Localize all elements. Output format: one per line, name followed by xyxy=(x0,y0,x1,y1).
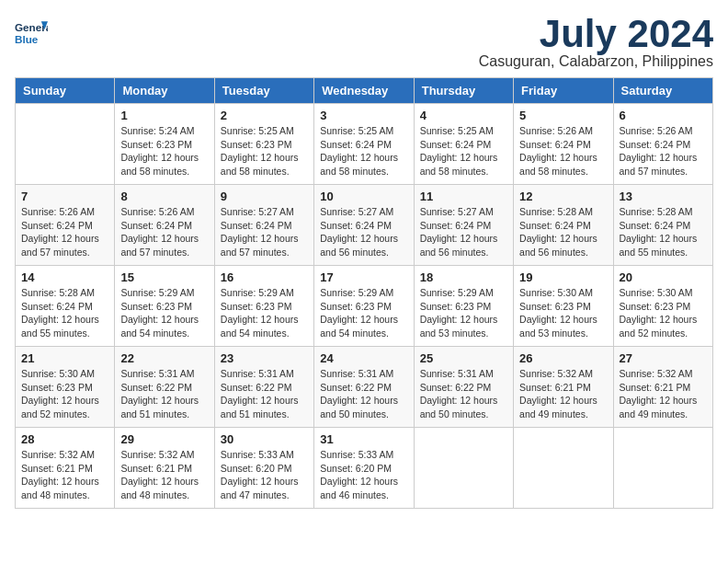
calendar-cell: 19Sunrise: 5:30 AM Sunset: 6:23 PM Dayli… xyxy=(514,266,613,347)
day-number: 2 xyxy=(221,109,308,122)
calendar-cell: 26Sunrise: 5:32 AM Sunset: 6:21 PM Dayli… xyxy=(514,347,613,428)
calendar-week-4: 21Sunrise: 5:30 AM Sunset: 6:23 PM Dayli… xyxy=(16,347,713,428)
day-number: 28 xyxy=(21,432,108,446)
calendar-cell: 27Sunrise: 5:32 AM Sunset: 6:21 PM Dayli… xyxy=(613,347,712,428)
calendar-cell xyxy=(613,428,712,509)
calendar-cell: 20Sunrise: 5:30 AM Sunset: 6:23 PM Dayli… xyxy=(613,266,712,347)
day-info: Sunrise: 5:30 AM Sunset: 6:23 PM Dayligh… xyxy=(519,286,607,340)
calendar-cell: 8Sunrise: 5:26 AM Sunset: 6:24 PM Daylig… xyxy=(115,185,214,266)
calendar-cell: 10Sunrise: 5:27 AM Sunset: 6:24 PM Dayli… xyxy=(314,185,414,266)
day-info: Sunrise: 5:31 AM Sunset: 6:22 PM Dayligh… xyxy=(320,367,407,421)
month-title: July 2024 xyxy=(479,15,713,53)
calendar-cell: 28Sunrise: 5:32 AM Sunset: 6:21 PM Dayli… xyxy=(16,428,115,509)
column-header-saturday: Saturday xyxy=(613,78,712,104)
day-number: 18 xyxy=(420,270,507,284)
day-number: 21 xyxy=(21,351,108,365)
calendar-cell: 11Sunrise: 5:27 AM Sunset: 6:24 PM Dayli… xyxy=(414,185,513,266)
day-number: 20 xyxy=(620,270,707,284)
calendar-cell: 22Sunrise: 5:31 AM Sunset: 6:22 PM Dayli… xyxy=(115,347,214,428)
logo: General Blue xyxy=(15,15,48,48)
day-info: Sunrise: 5:33 AM Sunset: 6:20 PM Dayligh… xyxy=(320,448,407,502)
day-number: 22 xyxy=(120,351,208,365)
title-section: July 2024 Casuguran, Calabarzon, Philipp… xyxy=(479,15,713,70)
day-number: 26 xyxy=(519,351,607,365)
calendar-cell: 4Sunrise: 5:25 AM Sunset: 6:24 PM Daylig… xyxy=(414,104,513,185)
calendar-cell: 1Sunrise: 5:24 AM Sunset: 6:23 PM Daylig… xyxy=(115,104,214,185)
day-number: 30 xyxy=(221,432,308,446)
calendar-cell: 18Sunrise: 5:29 AM Sunset: 6:23 PM Dayli… xyxy=(414,266,513,347)
calendar-cell: 13Sunrise: 5:28 AM Sunset: 6:24 PM Dayli… xyxy=(613,185,712,266)
day-info: Sunrise: 5:28 AM Sunset: 6:24 PM Dayligh… xyxy=(519,205,607,259)
calendar-cell: 21Sunrise: 5:30 AM Sunset: 6:23 PM Dayli… xyxy=(16,347,115,428)
day-info: Sunrise: 5:31 AM Sunset: 6:22 PM Dayligh… xyxy=(221,367,308,421)
column-header-monday: Monday xyxy=(115,78,214,104)
day-info: Sunrise: 5:33 AM Sunset: 6:20 PM Dayligh… xyxy=(221,448,308,502)
calendar-cell: 2Sunrise: 5:25 AM Sunset: 6:23 PM Daylig… xyxy=(214,104,313,185)
day-number: 17 xyxy=(320,270,407,284)
calendar-cell: 12Sunrise: 5:28 AM Sunset: 6:24 PM Dayli… xyxy=(514,185,613,266)
calendar-cell: 17Sunrise: 5:29 AM Sunset: 6:23 PM Dayli… xyxy=(314,266,414,347)
day-number: 5 xyxy=(519,109,607,122)
calendar-cell: 24Sunrise: 5:31 AM Sunset: 6:22 PM Dayli… xyxy=(314,347,414,428)
svg-text:Blue: Blue xyxy=(15,33,39,45)
column-header-tuesday: Tuesday xyxy=(214,78,313,104)
calendar-cell: 16Sunrise: 5:29 AM Sunset: 6:23 PM Dayli… xyxy=(214,266,313,347)
day-number: 15 xyxy=(120,270,208,284)
day-info: Sunrise: 5:32 AM Sunset: 6:21 PM Dayligh… xyxy=(120,448,208,502)
calendar-cell: 14Sunrise: 5:28 AM Sunset: 6:24 PM Dayli… xyxy=(16,266,115,347)
day-info: Sunrise: 5:25 AM Sunset: 6:24 PM Dayligh… xyxy=(420,124,507,178)
calendar-cell: 25Sunrise: 5:31 AM Sunset: 6:22 PM Dayli… xyxy=(414,347,513,428)
column-header-thursday: Thursday xyxy=(414,78,513,104)
day-info: Sunrise: 5:26 AM Sunset: 6:24 PM Dayligh… xyxy=(21,205,108,259)
day-number: 12 xyxy=(519,190,607,203)
calendar-cell: 6Sunrise: 5:26 AM Sunset: 6:24 PM Daylig… xyxy=(613,104,712,185)
calendar-week-3: 14Sunrise: 5:28 AM Sunset: 6:24 PM Dayli… xyxy=(16,266,713,347)
day-info: Sunrise: 5:25 AM Sunset: 6:23 PM Dayligh… xyxy=(221,124,308,178)
day-number: 7 xyxy=(21,190,108,203)
day-info: Sunrise: 5:24 AM Sunset: 6:23 PM Dayligh… xyxy=(120,124,208,178)
day-info: Sunrise: 5:26 AM Sunset: 6:24 PM Dayligh… xyxy=(620,124,707,178)
day-number: 10 xyxy=(320,190,407,203)
day-number: 6 xyxy=(620,109,707,122)
day-info: Sunrise: 5:31 AM Sunset: 6:22 PM Dayligh… xyxy=(120,367,208,421)
calendar-week-2: 7Sunrise: 5:26 AM Sunset: 6:24 PM Daylig… xyxy=(16,185,713,266)
day-number: 27 xyxy=(620,351,707,365)
day-info: Sunrise: 5:27 AM Sunset: 6:24 PM Dayligh… xyxy=(221,205,308,259)
day-number: 11 xyxy=(420,190,507,203)
calendar-header-row: SundayMondayTuesdayWednesdayThursdayFrid… xyxy=(16,78,713,104)
calendar-cell xyxy=(514,428,613,509)
calendar-week-1: 1Sunrise: 5:24 AM Sunset: 6:23 PM Daylig… xyxy=(16,104,713,185)
day-info: Sunrise: 5:31 AM Sunset: 6:22 PM Dayligh… xyxy=(420,367,507,421)
day-info: Sunrise: 5:32 AM Sunset: 6:21 PM Dayligh… xyxy=(21,448,108,502)
day-info: Sunrise: 5:26 AM Sunset: 6:24 PM Dayligh… xyxy=(120,205,208,259)
page-header: General Blue July 2024 Casuguran, Calaba… xyxy=(15,15,713,70)
day-number: 4 xyxy=(420,109,507,122)
calendar-cell xyxy=(16,104,115,185)
column-header-wednesday: Wednesday xyxy=(314,78,414,104)
day-info: Sunrise: 5:27 AM Sunset: 6:24 PM Dayligh… xyxy=(320,205,407,259)
day-info: Sunrise: 5:25 AM Sunset: 6:24 PM Dayligh… xyxy=(320,124,407,178)
day-number: 23 xyxy=(221,351,308,365)
day-number: 25 xyxy=(420,351,507,365)
day-number: 31 xyxy=(320,432,407,446)
day-info: Sunrise: 5:26 AM Sunset: 6:24 PM Dayligh… xyxy=(519,124,607,178)
calendar-cell: 9Sunrise: 5:27 AM Sunset: 6:24 PM Daylig… xyxy=(214,185,313,266)
calendar-cell: 23Sunrise: 5:31 AM Sunset: 6:22 PM Dayli… xyxy=(214,347,313,428)
day-info: Sunrise: 5:29 AM Sunset: 6:23 PM Dayligh… xyxy=(320,286,407,340)
day-info: Sunrise: 5:32 AM Sunset: 6:21 PM Dayligh… xyxy=(620,367,707,421)
calendar-cell: 7Sunrise: 5:26 AM Sunset: 6:24 PM Daylig… xyxy=(16,185,115,266)
calendar-body: 1Sunrise: 5:24 AM Sunset: 6:23 PM Daylig… xyxy=(16,104,713,509)
day-number: 8 xyxy=(120,190,208,203)
day-info: Sunrise: 5:32 AM Sunset: 6:21 PM Dayligh… xyxy=(519,367,607,421)
day-info: Sunrise: 5:28 AM Sunset: 6:24 PM Dayligh… xyxy=(620,205,707,259)
calendar-week-5: 28Sunrise: 5:32 AM Sunset: 6:21 PM Dayli… xyxy=(16,428,713,509)
day-number: 1 xyxy=(120,109,208,122)
day-number: 24 xyxy=(320,351,407,365)
day-number: 29 xyxy=(120,432,208,446)
day-number: 9 xyxy=(221,190,308,203)
calendar-cell: 29Sunrise: 5:32 AM Sunset: 6:21 PM Dayli… xyxy=(115,428,214,509)
day-info: Sunrise: 5:29 AM Sunset: 6:23 PM Dayligh… xyxy=(420,286,507,340)
column-header-friday: Friday xyxy=(514,78,613,104)
day-info: Sunrise: 5:29 AM Sunset: 6:23 PM Dayligh… xyxy=(221,286,308,340)
logo-icon: General Blue xyxy=(15,15,48,48)
